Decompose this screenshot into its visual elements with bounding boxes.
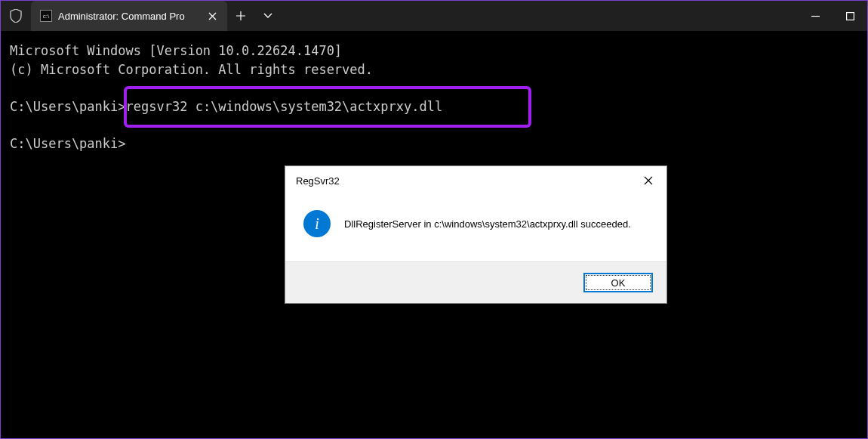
dialog-titlebar[interactable]: RegSvr32	[285, 166, 666, 195]
terminal-prompt: C:\Users\panki>	[10, 99, 126, 114]
tab-title: Administrator: Command Pro	[58, 11, 199, 22]
shield-icon	[1, 9, 31, 23]
dialog-close-button[interactable]	[636, 171, 660, 190]
minimize-button[interactable]	[798, 1, 833, 31]
regsvr32-dialog: RegSvr32 i DllRegisterServer in c:\windo…	[285, 165, 667, 304]
dialog-footer: OK	[285, 261, 666, 303]
terminal-line: (c) Microsoft Corporation. All rights re…	[10, 62, 373, 77]
window-titlebar: c:\ Administrator: Command Pro	[1, 1, 867, 31]
ok-button[interactable]: OK	[583, 273, 653, 292]
terminal-line: Microsoft Windows [Version 10.0.22624.14…	[10, 43, 342, 58]
dialog-body: i DllRegisterServer in c:\windows\system…	[285, 195, 666, 261]
cmd-icon: c:\	[40, 10, 52, 22]
terminal-prompt: C:\Users\panki>	[10, 136, 126, 151]
terminal-command: regsvr32 c:\windows\system32\actxprxy.dl…	[126, 99, 443, 114]
svg-rect-0	[846, 12, 854, 20]
close-tab-button[interactable]	[205, 8, 220, 23]
terminal-tab[interactable]: c:\ Administrator: Command Pro	[31, 1, 227, 31]
info-icon: i	[303, 210, 331, 237]
new-tab-button[interactable]	[227, 1, 254, 31]
titlebar-left: c:\ Administrator: Command Pro	[1, 1, 282, 31]
dialog-message: DllRegisterServer in c:\windows\system32…	[344, 218, 631, 230]
tab-dropdown-button[interactable]	[254, 1, 282, 31]
dialog-title: RegSvr32	[296, 175, 340, 187]
maximize-button[interactable]	[833, 1, 867, 31]
window-controls	[798, 1, 867, 31]
